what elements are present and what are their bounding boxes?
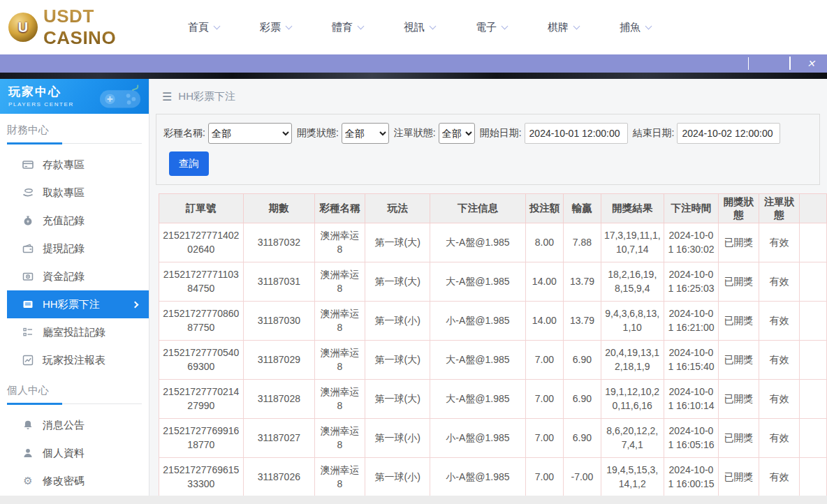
nav-item[interactable]: 棋牌: [548, 21, 579, 34]
table-cell: 小-A盤@1.985: [430, 302, 525, 341]
sidebar-item-0-1[interactable]: 取款專區: [0, 179, 149, 207]
table-cell: 6.90: [564, 341, 601, 380]
sidebar-item-0-5[interactable]: HH彩票下注: [7, 290, 149, 318]
table-cell: 2024-10-01 16:00:15: [664, 458, 719, 496]
column-header: 注單狀態: [759, 194, 799, 223]
sidebar-item-0-6[interactable]: 廳室投註記錄: [0, 318, 149, 346]
table-cell: 8.00: [525, 223, 564, 262]
table-cell: 13.79: [564, 302, 601, 341]
sidebar-section-title: 財務中心: [7, 124, 149, 137]
table-header-row: 訂單號期數彩種名稱玩法下注信息投注額輸贏開獎結果下注時間開獎狀態注單狀態: [159, 194, 827, 223]
table-cell: 31187031: [243, 262, 314, 302]
sidebar-item-0-4[interactable]: 資金記錄: [0, 262, 149, 290]
table-cell: 小-A盤@1.985: [430, 458, 525, 496]
query-button[interactable]: 查詢: [169, 151, 209, 176]
table-cell: 2152172776991618770: [159, 419, 244, 458]
window-minimize-button[interactable]: [759, 54, 780, 73]
filter-label: 結束日期:: [633, 127, 675, 140]
column-header: 期數: [243, 194, 314, 223]
sidebar-item-label: 個人資料: [43, 447, 85, 460]
sidebar-item-0-2[interactable]: 充值記錄: [0, 207, 149, 235]
table-cell: 已開獎: [719, 380, 759, 419]
table-cell: 2152172776961533300: [159, 458, 244, 496]
filter-group: 開始日期:: [480, 123, 628, 144]
sidebar-section: 財務中心 存款專區 取款專區 充值記錄 提現記錄 資金記錄 HH彩票下注 廳室投…: [0, 124, 149, 374]
window-close-button[interactable]: ✕: [800, 54, 821, 73]
table-cell: 已開獎: [719, 458, 759, 496]
table-row: 215217277702142799031187028澳洲幸运8第一球(大)大-…: [159, 380, 827, 419]
sidebar-item-0-7[interactable]: 玩家投注報表: [0, 346, 149, 374]
table-cell: 2024-10-01 16:15:40: [664, 341, 719, 380]
sidebar-item-label: 存款專區: [43, 158, 85, 172]
table-cell: 澳洲幸运8: [315, 302, 365, 341]
sidebar-item-1-1[interactable]: 個人資料: [0, 439, 149, 467]
sidebar-item-0-0[interactable]: 存款專區: [0, 151, 149, 179]
table-cell: 2152172777140202640: [159, 223, 244, 262]
app-window: U USDT CASINO 首頁 彩票 體育 視訊 電子 棋牌 捕魚 ✕ 玩家中…: [0, 0, 827, 504]
table-cell: 31187032: [243, 223, 314, 262]
table-cell: 9,4,3,6,8,13,1,10: [601, 302, 664, 341]
filter-date-input-4[interactable]: [677, 123, 780, 144]
window-dropdown-button[interactable]: [738, 54, 759, 73]
filter-date-input-3[interactable]: [525, 123, 628, 144]
filter-select-1[interactable]: 全部: [342, 123, 389, 144]
table-row: 215217277696153330031187026澳洲幸运8第一球(小)小-…: [159, 458, 827, 496]
body-row: 玩家中心 PLAYERS CENTER 財務中心 存款專區 取款專區: [0, 79, 827, 496]
column-header: 訂單號: [159, 194, 244, 223]
nav-item[interactable]: 捕魚: [620, 21, 651, 34]
bottom-bar: [0, 496, 827, 504]
table-cell: 31187030: [243, 302, 314, 341]
chevron-down-icon: [430, 22, 437, 29]
sidebar-item-0-3[interactable]: 提現記錄: [0, 235, 149, 262]
chevron-down-icon: [573, 22, 580, 29]
table-cell: 19,1,12,10,20,11,6,16: [601, 380, 664, 419]
chevron-right-icon: [132, 301, 139, 308]
table-cell: 7.00: [525, 341, 564, 380]
table-cell: 有效: [759, 419, 799, 458]
filter-row: 彩種名稱: 全部 開獎狀態: 全部 注單狀態: 全部 開始日期: 結束日期:: [163, 123, 819, 144]
filter-label: 開獎狀態:: [297, 127, 339, 140]
table-cell: 有效: [759, 302, 799, 341]
table-cell: 第一球(小): [365, 419, 430, 458]
logo: U USDT CASINO: [8, 6, 152, 49]
sidebar-item-label: 提現記錄: [43, 242, 85, 255]
nav-item-label: 棋牌: [548, 21, 569, 34]
table-cell: 17,3,19,11,1,10,7,14: [601, 223, 664, 262]
filter-select-2[interactable]: 全部: [439, 123, 475, 144]
table-cell: 澳洲幸运8: [315, 380, 365, 419]
nav-item[interactable]: 視訊: [404, 21, 435, 34]
table-cell: -7.00: [564, 458, 601, 496]
section-underline: [7, 403, 142, 404]
nav-item[interactable]: 首頁: [188, 21, 219, 34]
nav-item[interactable]: 體育: [332, 21, 363, 34]
sidebar-item-1-0[interactable]: 消息公告: [0, 411, 149, 439]
table-cell-clipped: [800, 458, 827, 496]
table-cell-clipped: [800, 419, 827, 458]
filter-group: 注單狀態: 全部: [394, 123, 475, 144]
table-cell: 31187027: [243, 419, 314, 458]
column-header: 投注額: [525, 194, 564, 223]
nav-item-label: 體育: [332, 21, 353, 34]
filter-select-0[interactable]: 全部: [208, 123, 292, 144]
nav-item-label: 電子: [476, 21, 497, 34]
table-cell: 有效: [759, 380, 799, 419]
table-cell: 31187026: [243, 458, 314, 496]
table-row: 215217277708608775031187030澳洲幸运8第一球(小)小-…: [159, 302, 827, 341]
sidebar: 玩家中心 PLAYERS CENTER 財務中心 存款專區 取款專區: [0, 79, 149, 496]
table-cell: 第一球(小): [365, 458, 430, 496]
game-controller-icon: [98, 83, 142, 111]
top-nav: 首頁 彩票 體育 視訊 電子 棋牌 捕魚: [188, 21, 651, 34]
hamburger-icon[interactable]: ☰: [162, 90, 172, 103]
withdraw-hand-icon: [22, 187, 34, 198]
nav-item[interactable]: 彩票: [260, 21, 291, 34]
bets-table: 訂單號期數彩種名稱玩法下注信息投注額輸贏開獎結果下注時間開獎狀態注單狀態 215…: [159, 193, 827, 496]
sidebar-item-label: 玩家投注報表: [43, 354, 105, 367]
table-cell: 2024-10-01 16:30:02: [664, 223, 719, 262]
table-cell: 7.00: [525, 458, 564, 496]
nav-item[interactable]: 電子: [476, 21, 507, 34]
sidebar-section: 個人中心 消息公告 個人資料 ⚙ 修改密碼: [0, 384, 149, 495]
table-cell: 小-A盤@1.985: [430, 419, 525, 458]
sidebar-item-1-2[interactable]: ⚙ 修改密碼: [0, 467, 149, 495]
window-maximize-button[interactable]: [780, 54, 800, 73]
table-cell: 6.90: [564, 380, 601, 419]
